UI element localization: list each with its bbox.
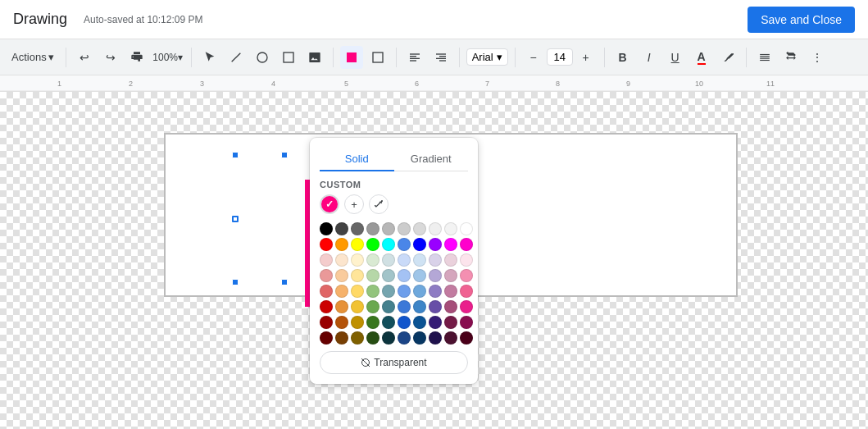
color-swatch[interactable] — [351, 269, 364, 282]
zoom-button[interactable]: 100%▾ — [152, 46, 184, 69]
color-swatch[interactable] — [351, 222, 364, 235]
color-swatch[interactable] — [382, 269, 395, 282]
handle-bottom-center[interactable] — [281, 279, 288, 285]
color-swatch[interactable] — [366, 253, 379, 267]
color-swatch[interactable] — [413, 269, 426, 282]
color-swatch[interactable] — [413, 238, 426, 251]
color-swatch[interactable] — [382, 238, 395, 251]
color-swatch[interactable] — [429, 331, 442, 345]
color-swatch[interactable] — [382, 253, 395, 267]
color-swatch[interactable] — [366, 222, 379, 235]
highlight-button[interactable] — [716, 46, 739, 69]
redo-button[interactable]: ↪ — [99, 46, 122, 69]
color-swatch[interactable] — [398, 316, 411, 329]
actions-button[interactable]: Actions ▾ — [7, 48, 59, 66]
color-swatch[interactable] — [460, 331, 473, 345]
italic-button[interactable]: I — [638, 46, 661, 69]
border-color-button[interactable] — [366, 46, 389, 69]
color-swatch[interactable] — [460, 222, 473, 235]
font-color-button[interactable]: A — [690, 46, 713, 69]
color-swatch[interactable] — [320, 316, 333, 329]
color-swatch[interactable] — [335, 222, 348, 235]
font-size-increase[interactable]: + — [575, 46, 598, 69]
transparent-button[interactable]: Transparent — [320, 351, 468, 374]
color-swatch[interactable] — [460, 285, 473, 298]
handle-top-left[interactable] — [232, 152, 239, 158]
color-swatch[interactable] — [320, 238, 333, 251]
color-swatch[interactable] — [320, 222, 333, 235]
align-right-button[interactable] — [429, 46, 452, 69]
color-swatch[interactable] — [335, 269, 348, 282]
color-swatch[interactable] — [335, 238, 348, 251]
undo-button[interactable]: ↩ — [73, 46, 96, 69]
color-swatch[interactable] — [366, 300, 379, 313]
select-rect-button[interactable] — [277, 46, 300, 69]
color-swatch[interactable] — [429, 300, 442, 313]
color-swatch[interactable] — [460, 269, 473, 282]
color-swatch[interactable] — [444, 316, 457, 329]
color-swatch[interactable] — [382, 316, 395, 329]
color-swatch[interactable] — [382, 300, 395, 313]
color-swatch[interactable] — [460, 316, 473, 329]
color-swatch[interactable] — [444, 253, 457, 267]
color-swatch[interactable] — [398, 238, 411, 251]
eyedropper-button[interactable] — [369, 194, 389, 214]
color-swatch[interactable] — [366, 316, 379, 329]
more-options-button[interactable]: ⋮ — [806, 46, 829, 69]
text-align-button[interactable] — [753, 46, 776, 69]
color-swatch[interactable] — [444, 300, 457, 313]
color-swatch[interactable] — [351, 285, 364, 298]
handle-middle-left[interactable] — [232, 216, 239, 222]
color-swatch[interactable] — [413, 331, 426, 345]
color-swatch[interactable] — [351, 300, 364, 313]
font-size-input[interactable] — [547, 48, 573, 66]
color-swatch[interactable] — [382, 331, 395, 345]
add-custom-color-button[interactable]: + — [344, 194, 364, 214]
color-swatch[interactable] — [320, 300, 333, 313]
color-swatch[interactable] — [444, 285, 457, 298]
color-swatch[interactable] — [398, 222, 411, 235]
color-swatch[interactable] — [366, 331, 379, 345]
shape-button[interactable] — [251, 46, 274, 69]
color-swatch[interactable] — [398, 269, 411, 282]
color-swatch[interactable] — [429, 269, 442, 282]
color-swatch[interactable] — [320, 331, 333, 345]
tab-gradient[interactable]: Gradient — [394, 148, 469, 171]
handle-top-center[interactable] — [281, 152, 288, 158]
fill-color-button[interactable] — [340, 46, 363, 69]
color-swatch[interactable] — [460, 300, 473, 313]
color-swatch[interactable] — [320, 285, 333, 298]
bold-button[interactable]: B — [611, 46, 634, 69]
color-swatch[interactable] — [320, 269, 333, 282]
color-swatch[interactable] — [398, 300, 411, 313]
color-swatch[interactable] — [398, 285, 411, 298]
color-swatch[interactable] — [429, 238, 442, 251]
color-swatch[interactable] — [413, 285, 426, 298]
color-swatch[interactable] — [366, 285, 379, 298]
image-button[interactable] — [303, 46, 326, 69]
canvas-area[interactable]: Solid Gradient CUSTOM ✓ + Transparent — [0, 92, 868, 429]
current-color-swatch[interactable]: ✓ — [320, 194, 339, 214]
color-swatch[interactable] — [444, 331, 457, 345]
underline-button[interactable]: U — [664, 46, 687, 69]
color-swatch[interactable] — [413, 300, 426, 313]
color-swatch[interactable] — [444, 269, 457, 282]
color-swatch[interactable] — [335, 300, 348, 313]
color-swatch[interactable] — [351, 238, 364, 251]
tab-solid[interactable]: Solid — [320, 148, 394, 171]
color-swatch[interactable] — [413, 316, 426, 329]
color-swatch[interactable] — [366, 238, 379, 251]
color-swatch[interactable] — [429, 222, 442, 235]
color-swatch[interactable] — [382, 285, 395, 298]
color-swatch[interactable] — [413, 253, 426, 267]
color-swatch[interactable] — [366, 269, 379, 282]
color-swatch[interactable] — [460, 253, 473, 267]
font-name-select[interactable]: Arial ▾ — [466, 48, 508, 66]
select-button[interactable] — [198, 46, 221, 69]
font-size-decrease[interactable]: − — [522, 46, 545, 69]
color-swatch[interactable] — [320, 253, 333, 267]
color-swatch[interactable] — [335, 253, 348, 267]
color-swatch[interactable] — [444, 222, 457, 235]
save-close-button[interactable]: Save and Close — [748, 7, 855, 33]
color-swatch[interactable] — [413, 222, 426, 235]
